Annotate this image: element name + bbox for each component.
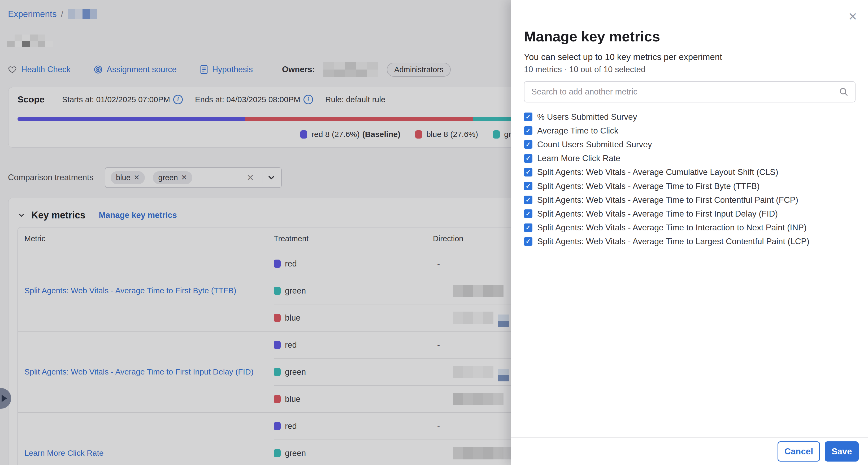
metric-checkbox-item[interactable]: ✓ Split Agents: Web Vitals - Average Tim… <box>524 235 856 249</box>
metric-search-input[interactable] <box>524 87 839 97</box>
drawer-footer: Cancel Save <box>511 437 868 465</box>
checkbox-checked-icon[interactable]: ✓ <box>524 168 532 176</box>
metric-search-box <box>524 81 856 103</box>
save-button[interactable]: Save <box>825 441 859 462</box>
metric-checkbox-item[interactable]: ✓ % Users Submitted Survey <box>524 110 856 124</box>
metric-checkbox-item[interactable]: ✓ Average Time to Click <box>524 124 856 138</box>
cancel-button[interactable]: Cancel <box>778 441 820 462</box>
checkbox-checked-icon[interactable]: ✓ <box>524 182 532 190</box>
checkbox-checked-icon[interactable]: ✓ <box>524 126 532 135</box>
checkbox-checked-icon[interactable]: ✓ <box>524 209 532 218</box>
checkbox-checked-icon[interactable]: ✓ <box>524 196 532 204</box>
drawer-title: Manage key metrics <box>524 28 660 45</box>
checkbox-checked-icon[interactable]: ✓ <box>524 154 532 163</box>
metric-checkbox-item[interactable]: ✓ Split Agents: Web Vitals - Average Tim… <box>524 179 856 193</box>
close-icon[interactable]: ✕ <box>848 11 858 22</box>
metric-checkbox-item[interactable]: ✓ Learn More Click Rate <box>524 151 856 165</box>
search-icon <box>839 87 849 97</box>
metric-checkbox-item[interactable]: ✓ Split Agents: Web Vitals - Average Cum… <box>524 165 856 179</box>
checkbox-checked-icon[interactable]: ✓ <box>524 237 532 246</box>
checkbox-checked-icon[interactable]: ✓ <box>524 224 532 232</box>
metric-checkbox-list: ✓ % Users Submitted Survey ✓ Average Tim… <box>524 110 856 249</box>
checkbox-checked-icon[interactable]: ✓ <box>524 113 532 121</box>
checkbox-checked-icon[interactable]: ✓ <box>524 140 532 149</box>
metric-checkbox-item[interactable]: ✓ Split Agents: Web Vitals - Average Tim… <box>524 193 856 207</box>
drawer-subtitle: You can select up to 10 key metrics per … <box>524 52 722 62</box>
metric-checkbox-item[interactable]: ✓ Count Users Submitted Survey <box>524 138 856 151</box>
metric-checkbox-item[interactable]: ✓ Split Agents: Web Vitals - Average Tim… <box>524 207 856 221</box>
manage-key-metrics-drawer: ✕ Manage key metrics You can select up t… <box>511 0 868 465</box>
drawer-selection-count: 10 metrics · 10 out of 10 selected <box>524 65 645 74</box>
metric-checkbox-item[interactable]: ✓ Split Agents: Web Vitals - Average Tim… <box>524 221 856 235</box>
